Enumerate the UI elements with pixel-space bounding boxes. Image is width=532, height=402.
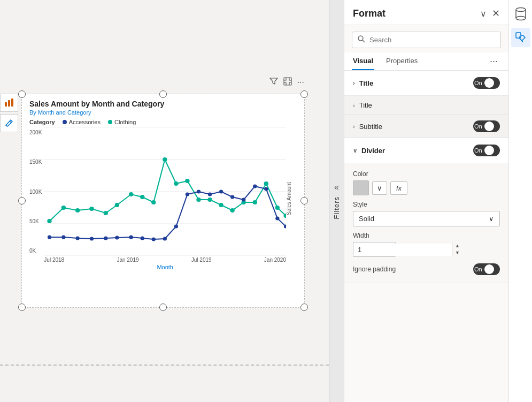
x-tick-jan2020: Jan 2020 (264, 257, 286, 263)
chevron-down-style: ∨ (489, 215, 494, 223)
filter-icon[interactable] (269, 77, 278, 88)
close-icon[interactable]: ✕ (492, 7, 500, 19)
svg-line-3 (10, 121, 11, 123)
title-toggle[interactable]: On (473, 77, 500, 89)
section-subtitle-header[interactable]: › Subtitle On (353, 120, 500, 132)
stepper-arrows: ▲ ▼ (452, 242, 462, 256)
section-divider-label: Divider (361, 147, 385, 155)
y-tick-0k: 0K (29, 248, 42, 254)
x-axis-label: Month (44, 264, 286, 270)
chevron-right-icon-title: › (353, 80, 355, 86)
bar-chart-button[interactable] (0, 94, 18, 112)
filters-label: Filters (333, 196, 341, 219)
chart-subtitle: By Month and Category (29, 109, 297, 116)
color-label: Color (353, 170, 500, 178)
handle-top-left[interactable] (18, 90, 26, 98)
handle-top-center[interactable] (159, 90, 167, 98)
svg-point-23 (208, 198, 212, 202)
chart-svg-wrap: 200K 150K 100K 50K 0K (29, 127, 297, 270)
tab-visual[interactable]: Visual (352, 52, 374, 70)
tab-more[interactable]: ··· (487, 54, 501, 69)
svg-point-15 (115, 203, 119, 207)
svg-point-34 (90, 237, 94, 241)
title-toggle-label: On (474, 80, 482, 86)
handle-mid-left[interactable] (18, 197, 26, 204)
style-value: Solid (359, 215, 374, 223)
svg-point-17 (140, 195, 144, 199)
svg-point-55 (516, 17, 526, 20)
legend-category-label: Category (29, 119, 55, 125)
chevron-left-icon: « (334, 183, 339, 192)
expand-icon[interactable] (283, 77, 292, 88)
search-input[interactable] (369, 36, 495, 44)
panel-title: Format (353, 8, 385, 19)
right-icon-panel (508, 0, 532, 402)
cylinder-icon-button[interactable] (511, 4, 530, 24)
width-label: Width (353, 232, 500, 239)
section-divider-header[interactable]: ∨ Divider On (344, 138, 508, 163)
svg-point-47 (242, 198, 245, 202)
section-title-main-header[interactable]: › Title On (344, 71, 508, 95)
fx-button[interactable]: fx (390, 181, 407, 195)
section-divider: ∨ Divider On Color ∨ (344, 138, 508, 283)
style-field: Style Solid ∨ (353, 201, 500, 226)
legend-accessories: Accessories (63, 119, 101, 125)
svg-point-48 (253, 185, 257, 188)
canvas-area: ··· Sales Amount by Month and Category B… (0, 0, 344, 402)
x-tick-jan2019: Jan 2019 (117, 257, 138, 263)
divider-toggle-label: On (474, 147, 482, 154)
svg-point-31 (48, 236, 51, 239)
ignore-padding-toggle[interactable]: On (473, 263, 500, 275)
handle-mid-right[interactable] (300, 197, 308, 204)
paint-format-icon-button[interactable] (511, 28, 530, 47)
ignore-padding-knob (484, 264, 494, 274)
left-icon-panel (0, 94, 19, 132)
svg-point-21 (186, 179, 190, 183)
stepper-up[interactable]: ▲ (452, 242, 462, 249)
svg-point-11 (61, 206, 66, 210)
subtitle-toggle-label: On (474, 123, 482, 130)
ignore-padding-toggle-label: On (474, 266, 482, 272)
subtitle-toggle[interactable]: On (473, 120, 500, 132)
chevron-right-icon-title-sub: › (353, 102, 355, 109)
chart-inner: Sales Amount by Month and Category By Mo… (22, 94, 304, 307)
svg-point-29 (275, 206, 280, 210)
divider-toggle[interactable]: On (473, 145, 500, 156)
svg-rect-4 (284, 78, 291, 85)
search-box (352, 32, 501, 48)
width-stepper: ▲ ▼ (353, 242, 396, 257)
handle-bot-right[interactable] (300, 304, 308, 311)
handle-bot-left[interactable] (18, 304, 26, 311)
paint-brush-button[interactable] (0, 114, 18, 132)
handle-top-right[interactable] (300, 90, 308, 98)
section-subtitle: › Subtitle On (344, 115, 508, 138)
handle-bot-center[interactable] (159, 304, 167, 311)
ignore-padding-label: Ignore padding (353, 266, 396, 273)
tab-properties[interactable]: Properties (385, 52, 419, 70)
svg-point-46 (230, 195, 234, 199)
accessories-dot (63, 120, 67, 124)
svg-point-12 (75, 208, 80, 213)
y-tick-200k: 200K (29, 130, 42, 135)
chevron-right-icon-subtitle: › (353, 123, 355, 130)
line-chart-svg (44, 127, 286, 256)
section-divider-body: Color ∨ fx Style Solid (344, 163, 508, 283)
stepper-down[interactable]: ▼ (452, 249, 462, 256)
svg-point-18 (151, 200, 156, 204)
width-input[interactable] (353, 244, 452, 256)
svg-point-27 (253, 200, 257, 204)
subtitle-label-group: › Subtitle (353, 123, 382, 131)
more-options-icon[interactable]: ··· (297, 78, 304, 87)
clothing-dot (108, 120, 112, 124)
svg-point-40 (163, 237, 167, 241)
sidebar-toggle[interactable]: « Filters (329, 0, 344, 402)
color-dropdown-button[interactable]: ∨ (372, 181, 387, 195)
style-dropdown[interactable]: Solid ∨ (353, 211, 500, 226)
svg-point-39 (152, 238, 156, 241)
svg-point-10 (48, 219, 52, 223)
svg-rect-2 (11, 98, 13, 107)
color-swatch[interactable] (353, 180, 369, 195)
section-title-sub-header[interactable]: › Title (353, 101, 500, 109)
legend-clothing: Clothing (108, 119, 136, 125)
chevron-down-icon[interactable]: ∨ (480, 9, 487, 19)
